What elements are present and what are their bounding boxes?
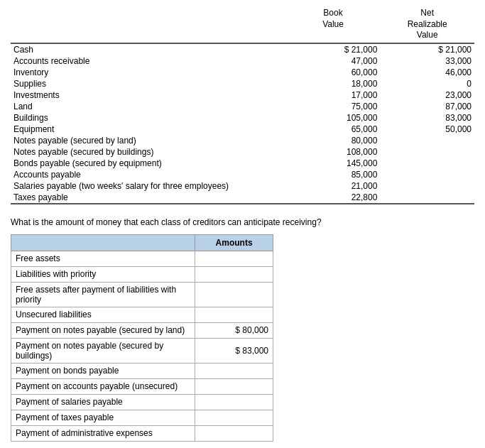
nrv-cell: 46,000 — [380, 67, 474, 78]
row-label: Notes payable (secured by buildings) — [11, 146, 286, 158]
row-label: Equipment — [11, 124, 286, 135]
table-row: Notes payable (secured by buildings)108,… — [11, 146, 474, 158]
net-realizable-header: NetRealizableValue — [380, 7, 474, 43]
book-value-cell: 108,000 — [286, 146, 381, 158]
list-item: Payment on notes payable (secured by bui… — [11, 338, 273, 363]
creditor-label: Unsecured liabilities — [11, 307, 195, 322]
list-item: Payment on notes payable (secured by lan… — [11, 322, 273, 338]
list-item: Payment of salaries payable — [11, 394, 273, 410]
nrv-cell: 0 — [380, 78, 474, 89]
row-label: Taxes payable — [11, 192, 286, 204]
list-item: Payment on bonds payable — [11, 363, 273, 378]
table-row: Accounts payable85,000 — [11, 169, 474, 180]
table-row: Salaries payable (two weeks' salary for … — [11, 180, 474, 192]
row-label: Accounts payable — [11, 169, 286, 180]
nrv-cell: 83,000 — [380, 112, 474, 124]
creditor-label: Payment on notes payable (secured by bui… — [11, 338, 195, 363]
book-value-cell: 21,000 — [286, 180, 381, 192]
creditors-label-header — [11, 234, 195, 251]
row-label: Cash — [11, 43, 286, 55]
amount-cell — [195, 410, 273, 425]
nrv-cell — [380, 146, 474, 158]
table-row: Inventory60,00046,000 — [11, 67, 474, 78]
creditor-label: Payment on bonds payable — [11, 363, 195, 378]
book-value-cell: 145,000 — [286, 158, 381, 169]
creditor-label: Payment on notes payable (secured by lan… — [11, 322, 195, 338]
book-value-cell: 105,000 — [286, 112, 381, 124]
book-value-cell: 17,000 — [286, 89, 381, 101]
amount-cell — [195, 266, 273, 282]
creditor-label: Payment of taxes payable — [11, 410, 195, 425]
book-value-cell: 22,800 — [286, 192, 381, 204]
nrv-cell: 50,000 — [380, 124, 474, 135]
table-row: Buildings105,00083,000 — [11, 112, 474, 124]
row-label: Bonds payable (secured by equipment) — [11, 158, 286, 169]
nrv-cell — [380, 169, 474, 180]
row-label: Salaries payable (two weeks' salary for … — [11, 180, 286, 192]
amount-cell — [195, 378, 273, 394]
amount-cell: $ 83,000 — [195, 338, 273, 363]
creditor-label: Free assets — [11, 251, 195, 266]
list-item: Payment on accounts payable (unsecured) — [11, 378, 273, 394]
row-label: Accounts receivable — [11, 55, 286, 67]
amount-cell — [195, 425, 273, 441]
row-label: Buildings — [11, 112, 286, 124]
list-item: Free assets after payment of liabilities… — [11, 282, 273, 307]
nrv-cell — [380, 192, 474, 204]
table-row: Equipment65,00050,000 — [11, 124, 474, 135]
list-item: Unsecured liabilities — [11, 307, 273, 322]
nrv-cell: 23,000 — [380, 89, 474, 101]
row-label: Supplies — [11, 78, 286, 89]
amount-cell — [195, 282, 273, 307]
amount-cell — [195, 251, 273, 266]
book-value-cell: 60,000 — [286, 67, 381, 78]
book-value-cell: 80,000 — [286, 135, 381, 146]
amount-cell — [195, 394, 273, 410]
table-row: Taxes payable22,800 — [11, 192, 474, 204]
table-row: Supplies18,0000 — [11, 78, 474, 89]
nrv-cell — [380, 135, 474, 146]
table-row: Notes payable (secured by land)80,000 — [11, 135, 474, 146]
row-label: Investments — [11, 89, 286, 101]
nrv-cell — [380, 158, 474, 169]
assets-liabilities-table: BookValue NetRealizableValue Cash$ 21,00… — [11, 7, 474, 204]
label-header — [11, 7, 286, 43]
table-row: Land75,00087,000 — [11, 101, 474, 112]
book-value-header: BookValue — [286, 7, 381, 43]
list-item: Payment of administrative expenses — [11, 425, 273, 441]
creditor-label: Free assets after payment of liabilities… — [11, 282, 195, 307]
list-item: Free assets — [11, 251, 273, 266]
creditor-label: Payment of salaries payable — [11, 394, 195, 410]
book-value-cell: 75,000 — [286, 101, 381, 112]
amount-cell — [195, 363, 273, 378]
table-row: Cash$ 21,000$ 21,000 — [11, 43, 474, 55]
book-value-cell: 65,000 — [286, 124, 381, 135]
question-text: What is the amount of money that each cl… — [11, 217, 474, 227]
amounts-header: Amounts — [195, 234, 273, 251]
row-label: Inventory — [11, 67, 286, 78]
book-value-cell: $ 21,000 — [286, 43, 381, 55]
amount-cell: $ 80,000 — [195, 322, 273, 338]
nrv-cell — [380, 180, 474, 192]
nrv-cell: $ 21,000 — [380, 43, 474, 55]
list-item: Liabilities with priority — [11, 266, 273, 282]
creditor-label: Payment of administrative expenses — [11, 425, 195, 441]
amount-cell — [195, 307, 273, 322]
row-label: Notes payable (secured by land) — [11, 135, 286, 146]
row-label: Land — [11, 101, 286, 112]
book-value-cell: 85,000 — [286, 169, 381, 180]
table-row: Investments17,00023,000 — [11, 89, 474, 101]
table-row: Accounts receivable47,00033,000 — [11, 55, 474, 67]
book-value-cell: 18,000 — [286, 78, 381, 89]
nrv-cell: 33,000 — [380, 55, 474, 67]
creditors-table: Amounts Free assetsLiabilities with prio… — [11, 234, 273, 442]
nrv-cell: 87,000 — [380, 101, 474, 112]
creditor-label: Payment on accounts payable (unsecured) — [11, 378, 195, 394]
creditor-label: Liabilities with priority — [11, 266, 195, 282]
table-row: Bonds payable (secured by equipment)145,… — [11, 158, 474, 169]
book-value-cell: 47,000 — [286, 55, 381, 67]
list-item: Payment of taxes payable — [11, 410, 273, 425]
